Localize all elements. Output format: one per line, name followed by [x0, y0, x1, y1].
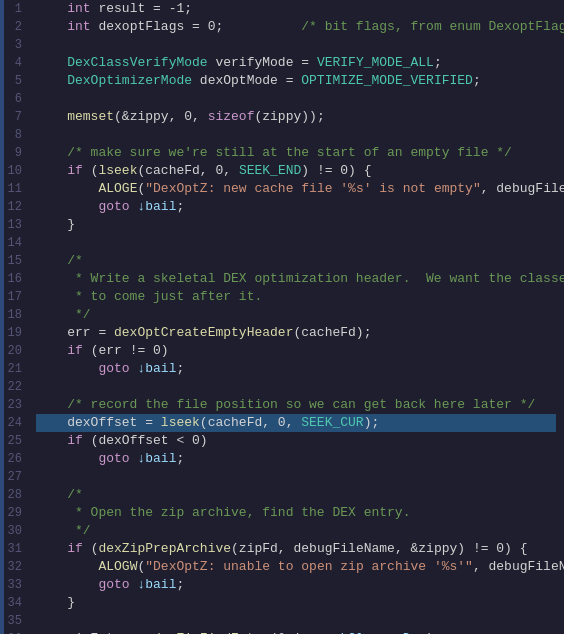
line-numbers: 1234567891011121314151617181920212223242…	[0, 0, 28, 634]
line-number: 10	[8, 162, 22, 180]
code-line: ALOGE("DexOptZ: new cache file '%s' is n…	[36, 180, 556, 198]
code-line	[36, 468, 556, 486]
line-number: 14	[8, 234, 22, 252]
code-line: /*	[36, 486, 556, 504]
line-number: 21	[8, 360, 22, 378]
code-line: goto ↓bail;	[36, 198, 556, 216]
code-line	[36, 612, 556, 630]
line-number: 7	[15, 108, 22, 126]
code-line: }	[36, 594, 556, 612]
code-line: int result = -1;	[36, 0, 556, 18]
code-line: if (dexZipPrepArchive(zipFd, debugFileNa…	[36, 540, 556, 558]
code-line	[36, 90, 556, 108]
line-number: 11	[8, 180, 22, 198]
line-number: 8	[15, 126, 22, 144]
line-number: 32	[8, 558, 22, 576]
line-number: 33	[8, 576, 22, 594]
line-number: 20	[8, 342, 22, 360]
code-line: int dexoptFlags = 0; /* bit flags, from …	[36, 18, 556, 36]
code-line	[36, 234, 556, 252]
line-number: 3	[15, 36, 22, 54]
line-number: 23	[8, 396, 22, 414]
code-line: if (err != 0)	[36, 342, 556, 360]
code-line: zipEntry = dexZipFindEntry(&zippy, kClas…	[36, 630, 556, 634]
code-line: if (dexOffset < 0)	[36, 432, 556, 450]
line-number: 29	[8, 504, 22, 522]
line-number: 9	[15, 144, 22, 162]
line-number: 18	[8, 306, 22, 324]
code-line: ALOGW("DexOptZ: unable to open zip archi…	[36, 558, 556, 576]
code-line	[36, 378, 556, 396]
line-number: 36	[8, 630, 22, 634]
code-line: goto ↓bail;	[36, 360, 556, 378]
code-line: */	[36, 522, 556, 540]
line-number: 25	[8, 432, 22, 450]
code-line: dexOffset = lseek(cacheFd, 0, SEEK_CUR);	[36, 414, 556, 432]
line-number: 1	[15, 0, 22, 18]
line-number: 24	[8, 414, 22, 432]
code-line: */	[36, 306, 556, 324]
line-number: 26	[8, 450, 22, 468]
code-line: DexClassVerifyMode verifyMode = VERIFY_M…	[36, 54, 556, 72]
line-number: 12	[8, 198, 22, 216]
line-number: 28	[8, 486, 22, 504]
code-line: * to come just after it.	[36, 288, 556, 306]
code-line: err = dexOptCreateEmptyHeader(cacheFd);	[36, 324, 556, 342]
line-number: 16	[8, 270, 22, 288]
code-editor: 1234567891011121314151617181920212223242…	[0, 0, 564, 634]
line-number: 19	[8, 324, 22, 342]
line-number: 22	[8, 378, 22, 396]
line-number: 6	[15, 90, 22, 108]
code-line: DexOptimizerMode dexOptMode = OPTIMIZE_M…	[36, 72, 556, 90]
line-number: 31	[8, 540, 22, 558]
line-number: 34	[8, 594, 22, 612]
code-line	[36, 36, 556, 54]
code-line: goto ↓bail;	[36, 450, 556, 468]
line-number: 13	[8, 216, 22, 234]
code-line: /* record the file position so we can ge…	[36, 396, 556, 414]
code-line: /* make sure we're still at the start of…	[36, 144, 556, 162]
line-number: 17	[8, 288, 22, 306]
code-content[interactable]: int result = -1; int dexoptFlags = 0; /*…	[28, 0, 564, 634]
line-number: 2	[15, 18, 22, 36]
code-line: if (lseek(cacheFd, 0, SEEK_END) != 0) {	[36, 162, 556, 180]
code-line: * Open the zip archive, find the DEX ent…	[36, 504, 556, 522]
line-number: 4	[15, 54, 22, 72]
code-line: }	[36, 216, 556, 234]
line-number: 5	[15, 72, 22, 90]
code-line: goto ↓bail;	[36, 576, 556, 594]
line-number: 27	[8, 468, 22, 486]
code-line: * Write a skeletal DEX optimization head…	[36, 270, 556, 288]
line-number: 15	[8, 252, 22, 270]
code-line: memset(&zippy, 0, sizeof(zippy));	[36, 108, 556, 126]
code-line	[36, 126, 556, 144]
code-line: /*	[36, 252, 556, 270]
line-number: 35	[8, 612, 22, 630]
line-number: 30	[8, 522, 22, 540]
